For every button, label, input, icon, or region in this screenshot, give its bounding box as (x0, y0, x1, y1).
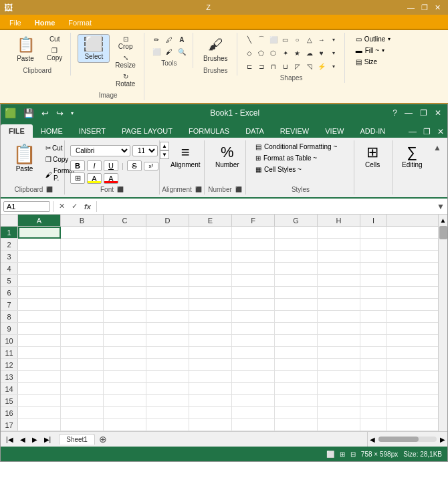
cell-D10[interactable] (146, 335, 189, 347)
cell-C6[interactable] (104, 287, 146, 299)
font-superscript-btn[interactable]: x² (144, 162, 158, 170)
row-number-4[interactable]: 4 (1, 263, 18, 274)
col-header-a[interactable]: A (18, 215, 61, 226)
cell-G3[interactable] (275, 251, 318, 263)
add-sheet-btn[interactable]: ⊕ (96, 434, 110, 445)
cell-I2[interactable] (360, 239, 387, 251)
col-header-d[interactable]: D (146, 215, 189, 226)
cell-E13[interactable] (189, 371, 232, 383)
cell-G8[interactable] (275, 311, 318, 323)
cell-C1[interactable] (104, 227, 146, 239)
cell-E5[interactable] (189, 275, 232, 287)
pen-button[interactable]: 🖊 (164, 34, 175, 45)
outer-tab-file[interactable]: File (3, 17, 28, 29)
cell-D2[interactable] (146, 239, 189, 251)
font-underline-btn[interactable]: U (104, 160, 118, 171)
tab-home[interactable]: HOME (33, 124, 71, 138)
cell-E3[interactable] (189, 251, 232, 263)
row-number-12[interactable]: 12 (1, 359, 18, 370)
cell-A10[interactable] (18, 335, 61, 347)
formula-function-btn[interactable]: fx (82, 202, 94, 211)
pencil-button[interactable]: ✏ (151, 34, 162, 45)
cell-I12[interactable] (360, 359, 387, 371)
xl-alignment-expand[interactable]: ⬛ (194, 186, 203, 193)
xl-number-btn[interactable]: % Number (210, 142, 245, 170)
select-button[interactable]: ⬜ Select (78, 34, 110, 63)
excel-help-btn[interactable]: ? (389, 107, 401, 119)
tab-review[interactable]: REVIEW (272, 124, 317, 138)
cell-H9[interactable] (318, 323, 360, 335)
cell-B16[interactable] (61, 407, 104, 419)
sheet-tab-1[interactable]: Sheet1 (59, 434, 95, 445)
xl-font-expand[interactable]: ⬛ (116, 186, 125, 193)
cell-F14[interactable] (232, 383, 275, 395)
shape-bottom-bracket[interactable]: ⊔ (280, 61, 291, 72)
cell-B6[interactable] (61, 287, 104, 299)
cell-D7[interactable] (146, 299, 189, 311)
cell-I10[interactable] (360, 335, 387, 347)
cell-H12[interactable] (318, 359, 360, 371)
brushes-button[interactable]: 🖌 Brushes (200, 34, 231, 64)
cell-B17[interactable] (61, 419, 104, 431)
cell-B13[interactable] (61, 371, 104, 383)
cell-A2[interactable] (18, 239, 61, 251)
cell-B2[interactable] (61, 239, 104, 251)
sheet-nav-next[interactable]: ▶ (29, 435, 40, 445)
shape-line[interactable]: ╲ (244, 34, 255, 45)
cell-C12[interactable] (104, 359, 146, 371)
cell-E2[interactable] (189, 239, 232, 251)
xl-cell-styles-btn[interactable]: ▦ Cell Styles ~ (251, 164, 358, 174)
cell-H10[interactable] (318, 335, 360, 347)
xl-editing-btn[interactable]: ∑ Editing (398, 142, 427, 170)
cell-A14[interactable] (18, 383, 61, 395)
tab-file[interactable]: FILE (1, 124, 33, 138)
col-header-e[interactable]: E (189, 215, 232, 226)
cell-C11[interactable] (104, 347, 146, 359)
tab-insert[interactable]: INSERT (71, 124, 114, 138)
shape-expand3[interactable]: ▾ (328, 61, 339, 72)
col-header-g[interactable]: G (275, 215, 318, 226)
outer-tab-format[interactable]: Format (62, 17, 98, 29)
cell-H3[interactable] (318, 251, 360, 263)
cell-I16[interactable] (360, 407, 387, 419)
cell-D14[interactable] (146, 383, 189, 395)
fill-button[interactable]: ▬ Fill ~ ▾ (352, 45, 388, 55)
vertical-scrollbar[interactable]: ▲ (438, 215, 447, 431)
cell-A4[interactable] (18, 263, 61, 275)
row-number-1[interactable]: 1 (1, 227, 18, 238)
cell-A11[interactable] (18, 347, 61, 359)
cell-D11[interactable] (146, 347, 189, 359)
cell-F13[interactable] (232, 371, 275, 383)
cell-G2[interactable] (275, 239, 318, 251)
excel-inner-minimize[interactable]: — (405, 126, 420, 138)
cell-E4[interactable] (189, 263, 232, 275)
shape-rounded-rect[interactable]: ▭ (280, 34, 291, 45)
cell-H15[interactable] (318, 395, 360, 407)
cell-D15[interactable] (146, 395, 189, 407)
col-header-b[interactable]: B (61, 215, 104, 226)
cell-B5[interactable] (61, 275, 104, 287)
row-number-5[interactable]: 5 (1, 275, 18, 286)
shape-triangle[interactable]: △ (304, 34, 315, 45)
cell-E16[interactable] (189, 407, 232, 419)
eraser-button[interactable]: ⬜ (151, 46, 162, 57)
font-bold-btn[interactable]: B (70, 160, 85, 171)
cell-E14[interactable] (189, 383, 232, 395)
cell-I15[interactable] (360, 395, 387, 407)
cell-B10[interactable] (61, 335, 104, 347)
xl-cells-btn[interactable]: ⊞ Cells (360, 142, 385, 170)
outline-button[interactable]: ▭ Outline ▾ (352, 34, 395, 44)
cell-A3[interactable] (18, 251, 61, 263)
cell-C9[interactable] (104, 323, 146, 335)
row-number-15[interactable]: 15 (1, 395, 18, 406)
cell-H17[interactable] (318, 419, 360, 431)
cell-E12[interactable] (189, 359, 232, 371)
cell-F7[interactable] (232, 299, 275, 311)
cell-G7[interactable] (275, 299, 318, 311)
cell-I14[interactable] (360, 383, 387, 395)
shape-rect[interactable]: ⬜ (268, 34, 279, 45)
cell-G10[interactable] (275, 335, 318, 347)
crop-button[interactable]: ⊡ Crop (112, 34, 138, 51)
cell-B4[interactable] (61, 263, 104, 275)
cell-G1[interactable] (275, 227, 318, 239)
